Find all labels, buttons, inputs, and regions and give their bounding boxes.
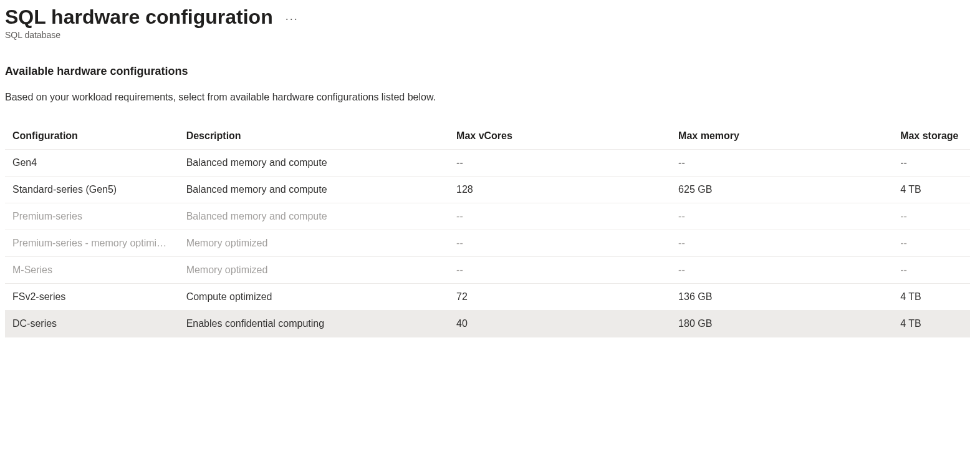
cell-storage: 4 TB — [893, 177, 970, 203]
cell-storage: -- — [893, 230, 970, 257]
cell-desc: Balanced memory and compute — [179, 177, 449, 203]
table-row[interactable]: FSv2-seriesCompute optimized72136 GB4 TB — [5, 284, 970, 311]
cell-memory: -- — [671, 150, 893, 177]
cell-config: Premium-series - memory optimized — [5, 230, 179, 257]
cell-vcores: 40 — [449, 311, 671, 337]
table-row[interactable]: Gen4Balanced memory and compute------ — [5, 150, 970, 177]
cell-desc: Memory optimized — [179, 257, 449, 284]
cell-vcores: -- — [449, 230, 671, 257]
col-header-desc[interactable]: Description — [179, 124, 449, 150]
table-row[interactable]: Premium-seriesBalanced memory and comput… — [5, 203, 970, 230]
cell-desc: Balanced memory and compute — [179, 150, 449, 177]
cell-config: Premium-series — [5, 203, 179, 230]
table-row[interactable]: DC-seriesEnables confidential computing4… — [5, 311, 970, 337]
cell-storage: -- — [893, 203, 970, 230]
section-description: Based on your workload requirements, sel… — [5, 92, 970, 103]
cell-vcores: 128 — [449, 177, 671, 203]
cell-storage: -- — [893, 257, 970, 284]
cell-memory: -- — [671, 230, 893, 257]
cell-config: DC-series — [5, 311, 179, 337]
more-icon[interactable]: ··· — [286, 9, 299, 26]
hardware-config-table: Configuration Description Max vCores Max… — [5, 124, 970, 337]
cell-memory: 625 GB — [671, 177, 893, 203]
cell-memory: -- — [671, 257, 893, 284]
col-header-storage[interactable]: Max storage — [893, 124, 970, 150]
cell-vcores: 72 — [449, 284, 671, 311]
col-header-config[interactable]: Configuration — [5, 124, 179, 150]
cell-vcores: -- — [449, 257, 671, 284]
cell-desc: Compute optimized — [179, 284, 449, 311]
col-header-memory[interactable]: Max memory — [671, 124, 893, 150]
cell-config: M-Series — [5, 257, 179, 284]
section-title: Available hardware configurations — [5, 65, 970, 78]
cell-desc: Balanced memory and compute — [179, 203, 449, 230]
cell-config: FSv2-series — [5, 284, 179, 311]
cell-storage: 4 TB — [893, 311, 970, 337]
table-row[interactable]: M-SeriesMemory optimized------ — [5, 257, 970, 284]
cell-storage: -- — [893, 150, 970, 177]
cell-vcores: -- — [449, 150, 671, 177]
cell-memory: -- — [671, 203, 893, 230]
page-title: SQL hardware configuration — [5, 5, 273, 29]
table-row[interactable]: Standard-series (Gen5)Balanced memory an… — [5, 177, 970, 203]
page-subtitle: SQL database — [5, 30, 970, 40]
cell-config: Gen4 — [5, 150, 179, 177]
cell-vcores: -- — [449, 203, 671, 230]
table-row[interactable]: Premium-series - memory optimizedMemory … — [5, 230, 970, 257]
cell-storage: 4 TB — [893, 284, 970, 311]
cell-config: Standard-series (Gen5) — [5, 177, 179, 203]
cell-memory: 180 GB — [671, 311, 893, 337]
cell-desc: Enables confidential computing — [179, 311, 449, 337]
cell-desc: Memory optimized — [179, 230, 449, 257]
cell-memory: 136 GB — [671, 284, 893, 311]
col-header-vcores[interactable]: Max vCores — [449, 124, 671, 150]
